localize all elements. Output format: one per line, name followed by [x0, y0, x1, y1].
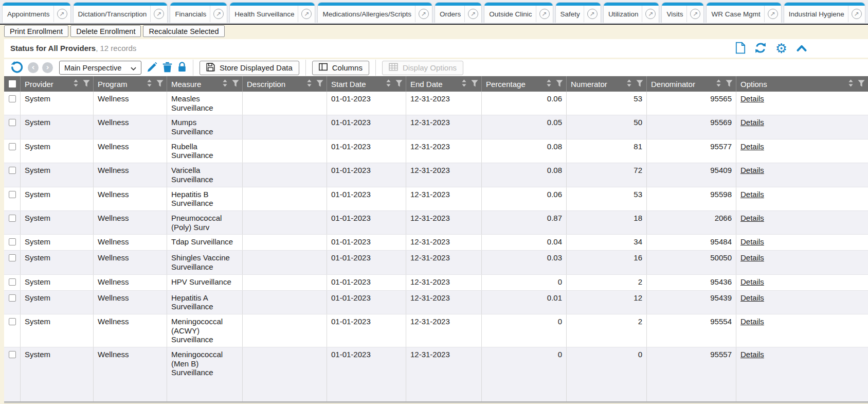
row-checkbox[interactable]: [4, 187, 21, 210]
perspective-select[interactable]: Main Perspective: [59, 61, 141, 75]
select-all-checkbox[interactable]: [4, 76, 21, 92]
details-link[interactable]: Details: [740, 293, 764, 302]
chevron-down-icon: [131, 63, 136, 73]
row-checkbox[interactable]: [4, 275, 21, 290]
open-in-window-button[interactable]: ↗: [584, 9, 601, 19]
delete-enrollment-button[interactable]: Delete Enrollment: [70, 25, 141, 37]
sort-icon[interactable]: [546, 79, 552, 89]
details-link[interactable]: Details: [740, 190, 764, 199]
sort-icon[interactable]: [626, 79, 632, 89]
row-checkbox[interactable]: [4, 235, 21, 250]
filter-icon[interactable]: [232, 80, 239, 89]
module-tab[interactable]: Safety ↗: [555, 2, 601, 23]
module-tab[interactable]: Visits ↗: [661, 2, 704, 23]
cell-percentage: 0.06: [482, 92, 567, 115]
row-checkbox[interactable]: [4, 314, 21, 347]
module-tab[interactable]: Outside Clinic ↗: [484, 2, 553, 23]
sort-icon[interactable]: [847, 79, 854, 89]
row-checkbox[interactable]: [4, 251, 21, 274]
open-in-window-button[interactable]: ↗: [536, 9, 553, 19]
module-tab[interactable]: Utilization ↗: [603, 2, 660, 23]
new-document-button[interactable]: [735, 42, 746, 56]
details-link[interactable]: Details: [740, 350, 764, 359]
details-link[interactable]: Details: [740, 142, 764, 151]
filter-icon[interactable]: [636, 80, 643, 89]
sort-icon[interactable]: [715, 79, 722, 89]
open-in-window-button[interactable]: ↗: [687, 9, 703, 19]
column-header[interactable]: Options: [736, 76, 868, 92]
row-checkbox[interactable]: [4, 347, 21, 401]
open-in-window-button[interactable]: ↗: [151, 9, 167, 19]
details-link[interactable]: Details: [740, 94, 764, 103]
filter-icon[interactable]: [858, 80, 865, 89]
module-tab[interactable]: Medications/Allergies/Scripts ↗: [317, 2, 432, 23]
sort-icon[interactable]: [73, 79, 79, 89]
open-in-window-button[interactable]: ↗: [298, 9, 315, 19]
collapse-panel-button[interactable]: [796, 44, 807, 54]
row-checkbox[interactable]: [4, 211, 21, 234]
sort-icon[interactable]: [146, 79, 153, 89]
open-in-window-button[interactable]: ↗: [765, 9, 781, 19]
row-checkbox[interactable]: [4, 163, 21, 186]
column-header[interactable]: Description: [243, 76, 327, 92]
column-header[interactable]: Numerator: [567, 76, 647, 92]
cell-measure: Pneumococcal (Poly) Surv: [167, 211, 243, 234]
module-tab[interactable]: Financials ↗: [170, 2, 227, 23]
print-enrollment-button[interactable]: Print Enrollment: [4, 25, 68, 37]
columns-button[interactable]: Columns: [312, 61, 369, 75]
recalculate-selected-button[interactable]: Recalculate Selected: [143, 25, 224, 37]
details-link[interactable]: Details: [740, 118, 764, 127]
settings-button[interactable]: ⚙: [775, 42, 787, 55]
details-link[interactable]: Details: [740, 214, 764, 222]
details-link[interactable]: Details: [740, 317, 764, 326]
column-header[interactable]: End Date: [406, 76, 482, 92]
module-tab[interactable]: Orders ↗: [435, 2, 482, 23]
column-header[interactable]: Provider: [21, 76, 94, 92]
column-header[interactable]: Denominator: [647, 76, 736, 92]
column-header[interactable]: Program: [94, 76, 167, 92]
lock-perspective-button[interactable]: [177, 61, 187, 74]
nav-back-button[interactable]: ‹: [28, 62, 39, 73]
filter-icon[interactable]: [83, 80, 90, 89]
module-tab[interactable]: WR Case Mgmt ↗: [706, 2, 781, 23]
details-link[interactable]: Details: [740, 237, 764, 246]
column-header[interactable]: Measure: [167, 76, 243, 92]
sort-icon[interactable]: [385, 79, 392, 89]
open-in-window-button[interactable]: ↗: [848, 9, 865, 19]
cell-numerator: 0: [567, 347, 647, 401]
open-in-window-button[interactable]: ↗: [210, 9, 227, 19]
store-displayed-data-button[interactable]: Store Displayed Data: [200, 61, 299, 75]
module-tab[interactable]: Industrial Hygiene ↗: [784, 2, 865, 23]
column-header[interactable]: Percentage: [482, 76, 567, 92]
module-tab[interactable]: Health Surveillance ↗: [229, 2, 315, 23]
details-link[interactable]: Details: [740, 277, 764, 286]
module-tab[interactable]: Dictation/Transcription ↗: [73, 2, 168, 23]
open-in-window-button[interactable]: ↗: [642, 9, 659, 19]
filter-icon[interactable]: [556, 80, 563, 89]
sort-icon[interactable]: [306, 79, 313, 89]
sort-icon[interactable]: [222, 79, 228, 89]
open-in-window-button[interactable]: ↗: [415, 9, 432, 19]
filter-icon[interactable]: [726, 80, 733, 89]
row-checkbox[interactable]: [4, 115, 21, 138]
refresh-button[interactable]: [754, 42, 767, 56]
details-link[interactable]: Details: [740, 253, 764, 262]
row-checkbox[interactable]: [4, 291, 21, 314]
filter-icon[interactable]: [395, 80, 403, 89]
sort-icon[interactable]: [461, 79, 467, 89]
details-link[interactable]: Details: [740, 166, 764, 174]
nav-forward-button[interactable]: ›: [42, 62, 53, 73]
open-in-window-button[interactable]: ↗: [54, 9, 70, 19]
external-link-icon: ↗: [213, 9, 224, 19]
filter-icon[interactable]: [156, 80, 164, 89]
delete-perspective-button[interactable]: [162, 62, 172, 74]
filter-icon[interactable]: [471, 80, 478, 89]
column-header[interactable]: Start Date: [327, 76, 406, 92]
row-checkbox[interactable]: [4, 139, 21, 163]
open-in-window-button[interactable]: ↗: [465, 9, 481, 19]
filter-icon[interactable]: [316, 80, 323, 89]
edit-perspective-button[interactable]: [147, 62, 157, 74]
undo-button[interactable]: [10, 61, 23, 75]
row-checkbox[interactable]: [4, 92, 21, 115]
module-tab[interactable]: Appointments ↗: [2, 2, 71, 23]
